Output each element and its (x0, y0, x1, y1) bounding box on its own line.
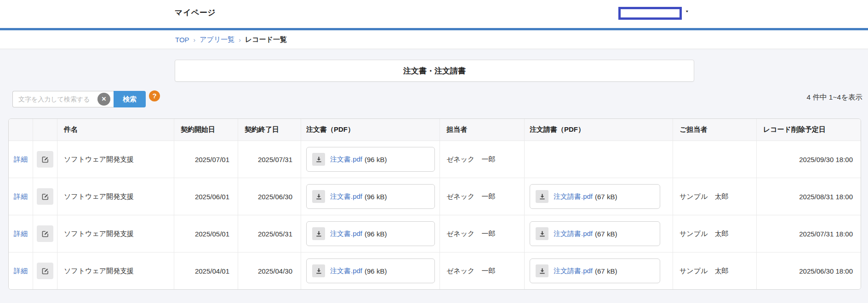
order-pdf-cell: 注文書.pdf(96 kB) (301, 178, 440, 215)
file-link[interactable]: 注文請書.pdf (554, 230, 593, 238)
order-pdf-cell: 注文書.pdf(96 kB) (301, 252, 440, 289)
table-row: 詳細ソフトウェア開発支援2025/06/012025/06/30注文書.pdf(… (9, 178, 861, 215)
column-header-start-date: 契約開始日 (174, 119, 238, 140)
column-header-subject: 件名 (57, 119, 174, 140)
contract-end-cell: 2025/07/31 (238, 141, 301, 178)
staff-cell: ゼネック 一郎 (440, 252, 525, 289)
subject-cell: ソフトウェア開発支援 (57, 178, 174, 215)
user-account-box[interactable] (618, 7, 682, 20)
client-staff-cell (673, 141, 757, 178)
order-pdf-attachment: 注文書.pdf(96 kB) (306, 221, 435, 246)
detail-link[interactable]: 詳細 (14, 230, 28, 238)
column-header-staff: 担当者 (440, 119, 525, 140)
table-row: 詳細ソフトウェア開発支援2025/05/012025/05/31注文書.pdf(… (9, 215, 861, 252)
staff-cell: ゼネック 一郎 (440, 178, 525, 215)
file-link[interactable]: 注文請書.pdf (554, 192, 593, 201)
delete-date-cell: 2025/06/30 18:00 (757, 252, 861, 289)
edit-record-button[interactable] (37, 151, 53, 168)
detail-link[interactable]: 詳細 (14, 267, 28, 275)
contract-start-cell: 2025/07/01 (174, 141, 238, 178)
clear-search-icon[interactable]: ✕ (97, 93, 110, 106)
column-header-order-pdf: 注文書（PDF） (301, 119, 440, 140)
client-staff-cell: サンプル 太郎 (673, 252, 757, 289)
table-body: 詳細ソフトウェア開発支援2025/07/012025/07/31注文書.pdf(… (9, 140, 861, 289)
file-link[interactable]: 注文書.pdf (330, 267, 362, 275)
record-table: 件名 契約開始日 契約終了日 注文書（PDF） 担当者 注文請書（PDF） ご担… (8, 118, 861, 290)
file-size: (67 kB) (595, 267, 617, 275)
table-row: 詳細ソフトウェア開発支援2025/07/012025/07/31注文書.pdf(… (9, 140, 861, 178)
subject-cell: ソフトウェア開発支援 (57, 252, 174, 289)
order-pdf-cell: 注文書.pdf(96 kB) (301, 141, 440, 178)
subject-cell: ソフトウェア開発支援 (57, 215, 174, 252)
client-staff-cell: サンプル 太郎 (673, 215, 757, 252)
order-pdf-attachment: 注文書.pdf(96 kB) (306, 258, 435, 283)
breadcrumb-app-list[interactable]: アプリ一覧 (200, 35, 234, 44)
contract-start-cell: 2025/04/01 (174, 252, 238, 289)
column-header-end-date: 契約終了日 (238, 119, 301, 140)
download-icon[interactable] (536, 190, 548, 203)
edit-record-button[interactable] (37, 188, 53, 205)
download-icon[interactable] (312, 264, 325, 277)
breadcrumb-separator-icon: › (194, 36, 196, 44)
app-title: 注文書・注文請書 (403, 66, 466, 76)
breadcrumb-top[interactable]: TOP (175, 36, 189, 44)
column-header-edit (33, 119, 57, 140)
download-icon[interactable] (312, 227, 325, 240)
file-link[interactable]: 注文請書.pdf (554, 267, 593, 275)
detail-link[interactable]: 詳細 (14, 192, 28, 201)
file-size: (67 kB) (595, 193, 617, 201)
detail-link[interactable]: 詳細 (14, 155, 28, 164)
file-size: (96 kB) (365, 267, 387, 275)
contract-start-cell: 2025/06/01 (174, 178, 238, 215)
file-link[interactable]: 注文書.pdf (330, 192, 362, 201)
confirm-pdf-attachment: 注文請書.pdf(67 kB) (530, 258, 660, 283)
confirm-pdf-cell: 注文請書.pdf(67 kB) (525, 178, 673, 215)
contract-end-cell: 2025/06/30 (238, 178, 301, 215)
record-count-summary: 4 件中 1~4を表示 (807, 93, 862, 102)
file-size: (96 kB) (365, 193, 387, 201)
confirm-pdf-attachment: 注文請書.pdf(67 kB) (530, 221, 660, 246)
column-header-delete-date: レコード削除予定日 (757, 119, 861, 140)
confirm-pdf-attachment: 注文請書.pdf(67 kB) (530, 184, 660, 209)
search-bar: ✕ 検索 (12, 91, 146, 107)
delete-date-cell: 2025/08/31 18:00 (757, 178, 861, 215)
contract-end-cell: 2025/05/31 (238, 215, 301, 252)
column-header-client-staff: ご担当者 (673, 119, 757, 140)
file-size: (67 kB) (595, 230, 617, 238)
help-icon[interactable]: ? (149, 90, 160, 101)
order-pdf-attachment: 注文書.pdf(96 kB) (306, 147, 435, 172)
staff-cell: ゼネック 一郎 (440, 141, 525, 178)
file-size: (96 kB) (365, 156, 387, 163)
staff-cell: ゼネック 一郎 (440, 215, 525, 252)
download-icon[interactable] (312, 153, 325, 166)
download-icon[interactable] (536, 264, 548, 277)
search-button[interactable]: 検索 (114, 91, 146, 107)
file-link[interactable]: 注文書.pdf (330, 230, 362, 238)
column-header-confirm-pdf: 注文請書（PDF） (525, 119, 673, 140)
delete-date-cell: 2025/09/30 18:00 (757, 141, 861, 178)
file-link[interactable]: 注文書.pdf (330, 155, 362, 164)
edit-record-button[interactable] (37, 225, 53, 242)
confirm-pdf-cell (525, 141, 673, 178)
table-row: 詳細ソフトウェア開発支援2025/04/012025/04/30注文書.pdf(… (9, 252, 861, 289)
download-icon[interactable] (312, 190, 325, 203)
breadcrumb-separator-icon: › (239, 36, 241, 44)
download-icon[interactable] (536, 227, 548, 240)
order-pdf-cell: 注文書.pdf(96 kB) (301, 215, 440, 252)
confirm-pdf-cell: 注文請書.pdf(67 kB) (525, 215, 673, 252)
delete-date-cell: 2025/07/31 18:00 (757, 215, 861, 252)
site-title: マイページ (175, 7, 216, 18)
breadcrumb-band: TOP › アプリ一覧 › レコード一覧 (0, 30, 868, 49)
app-title-card: 注文書・注文請書 (175, 60, 694, 82)
client-staff-cell: サンプル 太郎 (673, 178, 757, 215)
file-size: (96 kB) (365, 230, 387, 238)
edit-record-button[interactable] (37, 263, 53, 279)
chevron-down-icon[interactable]: ▼ (685, 10, 689, 13)
contract-start-cell: 2025/05/01 (174, 215, 238, 252)
subject-cell: ソフトウェア開発支援 (57, 141, 174, 178)
order-pdf-attachment: 注文書.pdf(96 kB) (306, 184, 435, 209)
breadcrumb-current: レコード一覧 (245, 35, 287, 44)
table-header-row: 件名 契約開始日 契約終了日 注文書（PDF） 担当者 注文請書（PDF） ご担… (9, 119, 861, 140)
top-header: マイページ ▼ (0, 0, 868, 28)
confirm-pdf-cell: 注文請書.pdf(67 kB) (525, 252, 673, 289)
